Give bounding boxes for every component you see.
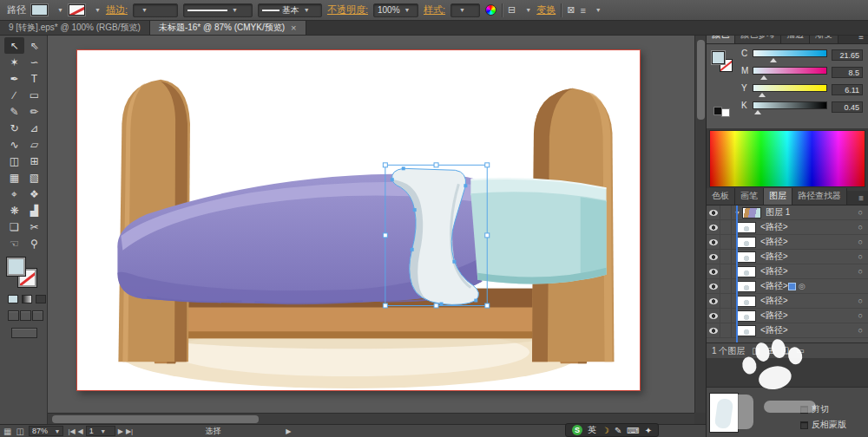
clip-option[interactable]: 剪切 (800, 403, 829, 415)
column-graph-tool[interactable]: ▟ (24, 202, 44, 218)
rotate-tool[interactable]: ↻ (4, 120, 24, 136)
gradient-mode-button[interactable] (22, 295, 32, 303)
keyboard-icon[interactable]: ⌨ (627, 426, 639, 435)
fill-color-swatch[interactable] (31, 4, 48, 16)
black-value-field[interactable]: 0.45 (832, 101, 863, 113)
new-sublayer-icon[interactable]: ⊞ (767, 346, 774, 355)
tab-pathfinder[interactable]: 路径查找器 (792, 188, 847, 205)
visibility-toggle[interactable] (707, 220, 720, 235)
blend-tool[interactable]: ❖ (24, 186, 44, 202)
yellow-slider[interactable] (753, 84, 827, 92)
layer-name[interactable]: <路径> (760, 280, 788, 292)
sogou-logo-icon[interactable]: S (572, 425, 582, 435)
isolate-object-icon[interactable]: ⊠ (567, 4, 575, 16)
none-mode-button[interactable] (36, 295, 46, 303)
scale-tool[interactable]: ⊿ (24, 120, 44, 136)
lock-toggle[interactable] (720, 323, 732, 338)
tab-swatches[interactable]: 色板 (707, 188, 735, 205)
direct-selection-tool[interactable]: ⇖ (24, 37, 44, 54)
blue-blanket-shape[interactable] (470, 179, 606, 284)
status-grid-icon[interactable]: ▦ (3, 427, 11, 436)
lock-toggle[interactable] (720, 205, 732, 220)
ime-toolbar[interactable]: S 英 ☽ ✎ ⌨ ✦ (565, 423, 659, 437)
hand-tool[interactable]: ☜ (4, 235, 24, 251)
magenta-value-field[interactable]: 8.5 (832, 67, 863, 78)
target-circle[interactable]: ○ (858, 208, 863, 217)
visibility-toggle[interactable] (707, 279, 720, 294)
chevron-down-icon[interactable]: ▼ (525, 7, 531, 13)
fill-proxy-swatch[interactable] (712, 51, 725, 64)
chevron-down-icon[interactable]: ▼ (57, 7, 63, 13)
slider-thumb[interactable] (770, 58, 777, 62)
black-slider[interactable] (753, 101, 827, 109)
slider-thumb[interactable] (754, 110, 761, 114)
layer-row[interactable]: <路径> ○ (707, 294, 868, 309)
opacity-panel-link[interactable]: 不透明度: (327, 3, 368, 16)
layer-row-selected[interactable]: <路径> ◎ (707, 279, 868, 294)
invert-mask-checkbox[interactable] (800, 421, 808, 429)
style-panel-link[interactable]: 样式: (424, 3, 445, 16)
visibility-toggle[interactable] (707, 235, 720, 250)
width-profile-combo[interactable]: ▼ (183, 3, 253, 17)
recolor-artwork-icon[interactable] (485, 4, 496, 16)
object-thumbnail[interactable] (709, 393, 739, 433)
close-icon[interactable]: × (291, 23, 296, 33)
clip-checkbox[interactable] (800, 406, 808, 414)
scrollbar-thumb[interactable] (52, 415, 259, 423)
brush-definition-combo[interactable]: 基本▼ (258, 3, 322, 17)
clipping-mask-icon[interactable]: ◨ (752, 346, 760, 355)
style-combo[interactable]: ▼ (450, 3, 480, 17)
layer-name[interactable]: <路径> (760, 310, 788, 322)
layer-row[interactable]: <路径> ○ (707, 220, 868, 235)
slice-tool[interactable]: ✂ (24, 218, 44, 235)
document-tab-1[interactable]: 9 [转换].eps* @ 100% (RGB/预览) (0, 21, 150, 35)
rectangle-tool[interactable]: ▭ (24, 87, 44, 103)
last-artboard-icon[interactable]: ▶| (126, 427, 133, 435)
canvas-pasteboard[interactable] (48, 36, 706, 424)
layer-name[interactable]: <路径> (760, 324, 788, 336)
visibility-toggle[interactable] (707, 323, 720, 338)
invert-mask-option[interactable]: 反相蒙版 (800, 419, 846, 431)
stroke-color-swatch[interactable] (69, 4, 85, 16)
free-transform-tool[interactable]: ▱ (24, 136, 44, 153)
vertical-scrollbar[interactable] (694, 36, 706, 413)
pen-tool[interactable]: ✒ (4, 70, 24, 87)
target-circle[interactable]: ○ (858, 267, 863, 276)
stroke-weight-combo[interactable]: ▼ (133, 3, 178, 17)
layer-name[interactable]: <路径> (760, 295, 788, 307)
draw-normal-button[interactable] (8, 310, 19, 321)
artboard-tool[interactable]: ❏ (4, 218, 24, 235)
screen-mode-button[interactable] (11, 328, 37, 338)
lock-toggle[interactable] (720, 279, 732, 294)
line-segment-tool[interactable]: ∕ (4, 87, 24, 103)
first-artboard-icon[interactable]: |◀ (68, 427, 75, 435)
target-circle[interactable]: ○ (858, 326, 863, 335)
layer-row[interactable]: <路径> ○ (707, 264, 868, 279)
magic-wand-tool[interactable]: ✶ (4, 54, 24, 70)
status-preview-icon[interactable]: ◫ (16, 427, 23, 436)
delete-layer-icon[interactable]: ▭ (796, 346, 804, 355)
mesh-tool[interactable]: ▦ (4, 169, 24, 186)
layer-row[interactable]: <路径> ○ (707, 309, 868, 323)
arrange-icon[interactable]: ≡ (580, 5, 585, 16)
shape-builder-tool[interactable]: ◫ (4, 153, 24, 169)
magenta-slider[interactable] (753, 67, 827, 75)
lock-toggle[interactable] (720, 235, 732, 250)
visibility-toggle[interactable] (707, 264, 720, 279)
artboard-number-combo[interactable]: 1 ▼ (86, 426, 115, 436)
paintbrush-tool[interactable]: ✎ (4, 103, 24, 120)
tab-layers[interactable]: 图层 (764, 188, 792, 205)
layer-row[interactable]: <路径> ○ (707, 235, 868, 250)
target-circle[interactable]: ○ (858, 297, 863, 305)
target-circle[interactable]: ○ (858, 252, 863, 261)
document-tab-2-active[interactable]: 未标题-16* @ 87% (CMYK/预览)× (150, 21, 306, 35)
layer-name[interactable]: <路径> (760, 251, 788, 263)
gradient-tool[interactable]: ▧ (24, 169, 44, 186)
lock-toggle[interactable] (720, 250, 732, 264)
visibility-toggle[interactable] (707, 294, 720, 309)
lasso-tool[interactable]: ∽ (24, 54, 44, 70)
yellow-value-field[interactable]: 6.11 (832, 84, 863, 95)
status-expand-icon[interactable]: ▶ (286, 427, 291, 435)
lock-toggle[interactable] (720, 220, 732, 235)
symbol-sprayer-tool[interactable]: ❋ (4, 202, 24, 218)
